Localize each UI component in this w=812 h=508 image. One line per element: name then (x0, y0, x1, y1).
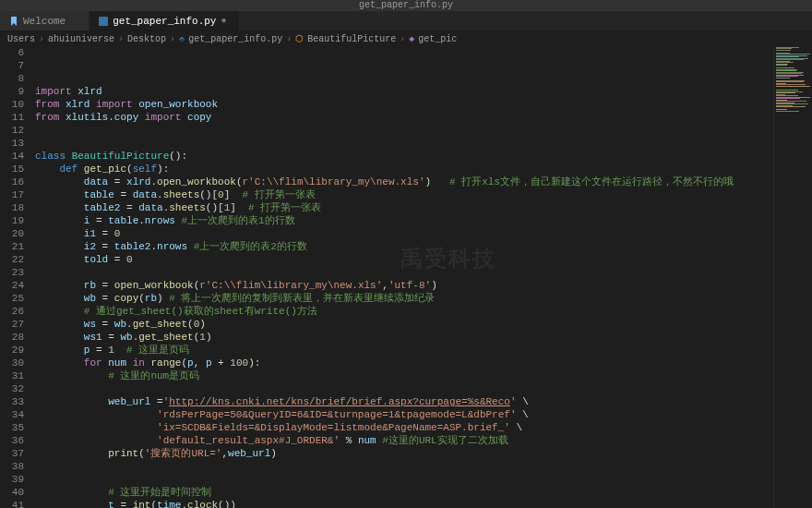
code-line[interactable]: wb = copy(rb) # 将上一次爬到的复制到新表里，并在新表里继续添加纪… (35, 292, 773, 305)
breadcrumb-segment[interactable]: Users (7, 34, 35, 44)
line-number: 12 (0, 124, 24, 137)
chevron-right-icon: › (286, 34, 292, 44)
chevron-right-icon: › (39, 34, 44, 44)
code-line[interactable] (35, 473, 773, 486)
code-line[interactable]: 'rdsPerPage=50&QueryID=6&ID=&turnpage=1&… (35, 408, 773, 421)
line-number: 35 (0, 421, 24, 434)
line-number: 40 (0, 486, 24, 499)
code-line[interactable]: 'default_result_aspx#J_ORDER&' % num #这里… (35, 434, 773, 447)
line-number: 31 (0, 369, 24, 382)
code-line[interactable]: told = 0 (35, 253, 773, 266)
code-line[interactable] (35, 382, 773, 395)
breadcrumb[interactable]: Users›ahuiuniverse›Desktop›⬘ get_paper_i… (0, 31, 812, 46)
line-number: 16 (0, 175, 24, 188)
class-icon: ⬡ (295, 33, 304, 44)
breadcrumb-segment[interactable]: Desktop (127, 34, 166, 44)
code-line[interactable]: # 通过get_sheet()获取的sheet有write()方法 (35, 305, 773, 318)
bookmark-icon (9, 17, 18, 26)
line-number: 34 (0, 408, 24, 421)
window-title: get_paper_info.py (0, 0, 812, 11)
code-line[interactable]: 'ix=SCDB&Fields=&DisplayMode=listmode&Pa… (35, 421, 773, 434)
line-number: 15 (0, 163, 24, 175)
chevron-right-icon: › (170, 34, 175, 44)
code-line[interactable] (35, 137, 773, 150)
code-line[interactable]: table = data.sheets()[0] # 打开第一张表 (35, 188, 773, 201)
code-line[interactable]: t = int(time.clock()) (35, 499, 773, 508)
code-line[interactable] (35, 460, 773, 473)
code-editor[interactable]: 禹受科技 import xlrdfrom xlrd import open_wo… (31, 46, 773, 508)
line-number: 33 (0, 395, 24, 408)
code-line[interactable]: i2 = table2.nrows #上一次爬到的表2的行数 (35, 240, 773, 253)
minimap[interactable] (773, 46, 812, 508)
line-number: 19 (0, 214, 24, 227)
line-number: 18 (0, 201, 24, 214)
code-line[interactable]: ws = wb.get_sheet(0) (35, 318, 773, 331)
line-number: 10 (0, 98, 24, 111)
line-number: 6 (0, 46, 24, 59)
line-number: 36 (0, 434, 24, 447)
code-line[interactable]: def get_pic(self): (35, 163, 773, 175)
line-number: 39 (0, 473, 24, 486)
breadcrumb-segment[interactable]: BeautifulPicture (307, 34, 396, 44)
code-line[interactable]: table2 = data.sheets()[1] # 打开第一张表 (35, 201, 773, 214)
line-number: 29 (0, 344, 24, 357)
line-number: 14 (0, 150, 24, 163)
tab-file[interactable]: get_paper_info.py● (90, 11, 240, 30)
line-number: 21 (0, 240, 24, 253)
python-icon: ⬘ (179, 33, 185, 44)
code-line[interactable]: data = xlrd.open_workbook(r'C:\\flim\lib… (35, 175, 773, 188)
line-number: 24 (0, 279, 24, 292)
line-number: 11 (0, 111, 24, 124)
code-line[interactable]: rb = open_workbook(r'C:\\flim\library_my… (35, 279, 773, 292)
line-gutter: 6789101112131415161718192021222324252627… (0, 46, 31, 508)
line-number: 9 (0, 85, 24, 98)
code-line[interactable]: for num in range(p, p + 100): (35, 357, 773, 369)
line-number: 25 (0, 292, 24, 305)
line-number: 26 (0, 305, 24, 318)
line-number: 32 (0, 382, 24, 395)
line-number: 23 (0, 266, 24, 279)
minimap-line (776, 114, 810, 115)
line-number: 22 (0, 253, 24, 266)
line-number: 38 (0, 460, 24, 473)
code-line[interactable]: web_url ='http://kns.cnki.net/kns/brief/… (35, 395, 773, 408)
code-line[interactable] (35, 266, 773, 279)
tab-label: Welcome (23, 16, 66, 27)
chevron-right-icon: › (118, 34, 124, 44)
code-line[interactable]: class BeautifulPicture(): (35, 150, 773, 163)
breadcrumb-segment[interactable]: get_paper_info.py (188, 34, 282, 44)
code-line[interactable]: from xlrd import open_workbook (35, 98, 773, 111)
tab-label: get_paper_info.py (113, 16, 216, 27)
code-line[interactable]: # 这里开始是时间控制 (35, 486, 773, 499)
line-number: 41 (0, 499, 24, 508)
line-number: 28 (0, 331, 24, 344)
line-number: 20 (0, 227, 24, 240)
line-number: 7 (0, 59, 24, 72)
code-line[interactable]: ws1 = wb.get_sheet(1) (35, 331, 773, 344)
code-line[interactable]: from xlutils.copy import copy (35, 111, 773, 124)
code-line[interactable]: p = 1 # 这里是页码 (35, 344, 773, 357)
code-line[interactable]: i1 = 0 (35, 227, 773, 240)
line-number: 30 (0, 357, 24, 369)
code-line[interactable]: print('搜索页的URL=',web_url) (35, 447, 773, 460)
python-icon (99, 17, 108, 26)
line-number: 37 (0, 447, 24, 460)
breadcrumb-segment[interactable]: get_pic (418, 34, 457, 44)
line-number: 27 (0, 318, 24, 331)
tab-bar: Welcomeget_paper_info.py● (0, 11, 812, 31)
svg-rect-0 (99, 17, 108, 26)
code-line[interactable] (35, 124, 773, 137)
line-number: 17 (0, 188, 24, 201)
code-line[interactable]: # 这里的num是页码 (35, 369, 773, 382)
dirty-indicator-icon[interactable]: ● (221, 16, 230, 26)
chevron-right-icon: › (400, 34, 405, 44)
tab-welcome[interactable]: Welcome (0, 11, 90, 30)
line-number: 13 (0, 137, 24, 150)
breadcrumb-segment[interactable]: ahuiuniverse (48, 34, 114, 44)
code-line[interactable]: i = table.nrows #上一次爬到的表1的行数 (35, 214, 773, 227)
line-number: 8 (0, 72, 24, 85)
method-icon: ◈ (409, 33, 414, 44)
code-line[interactable]: import xlrd (35, 85, 773, 98)
